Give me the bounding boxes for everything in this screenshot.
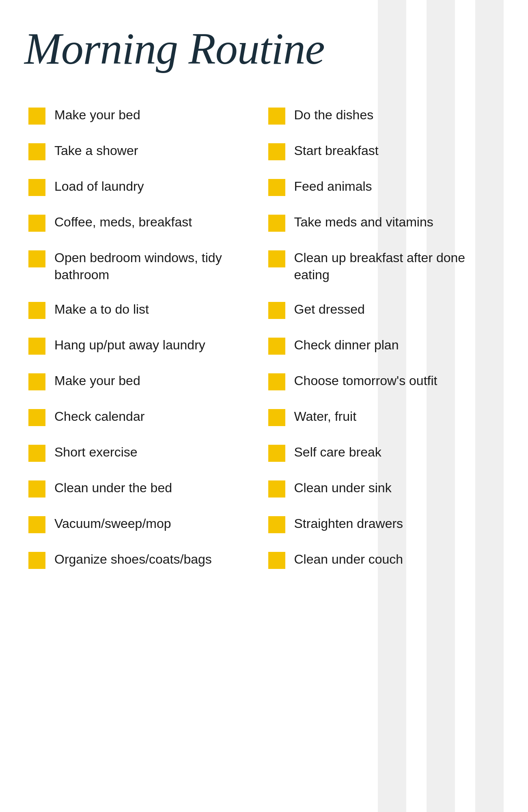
checkbox-icon[interactable] (28, 215, 45, 232)
checkbox-icon[interactable] (268, 445, 285, 462)
checkbox-icon[interactable] (28, 516, 45, 533)
checkbox-icon[interactable] (28, 373, 45, 390)
checkbox-icon[interactable] (268, 108, 285, 125)
item-label: Straighten drawers (294, 515, 403, 532)
item-label: Clean up breakfast after done eating (294, 250, 496, 283)
item-label: Self care break (294, 444, 381, 461)
left-column: Make your bed Take a shower Load of laun… (24, 98, 264, 578)
item-label: Clean under the bed (54, 480, 172, 497)
list-item[interactable]: Check dinner plan (264, 328, 504, 364)
item-label: Choose tomorrow's outfit (294, 373, 437, 390)
item-label: Make your bed (54, 107, 140, 124)
checkbox-icon[interactable] (268, 143, 285, 160)
list-item[interactable]: Do the dishes (264, 98, 504, 134)
checkbox-icon[interactable] (28, 445, 45, 462)
item-label: Clean under sink (294, 480, 392, 497)
item-label: Open bedroom windows, tidy bathroom (54, 250, 256, 283)
item-label: Feed animals (294, 178, 372, 195)
list-item[interactable]: Take a shower (24, 134, 264, 169)
checkbox-icon[interactable] (268, 480, 285, 498)
page-content: Morning Routine Make your bed Take a sho… (0, 0, 528, 602)
page-title: Morning Routine (24, 24, 504, 73)
item-label: Coffee, meds, breakfast (54, 214, 192, 231)
list-item[interactable]: Feed animals (264, 169, 504, 205)
item-label: Check calendar (54, 408, 144, 425)
checkbox-icon[interactable] (28, 480, 45, 498)
list-item[interactable]: Clean under the bed (24, 471, 264, 506)
right-column: Do the dishes Start breakfast Feed anima… (264, 98, 504, 578)
checkbox-icon[interactable] (268, 250, 285, 267)
checkbox-icon[interactable] (28, 338, 45, 355)
item-label: Clean under couch (294, 551, 403, 568)
list-item[interactable]: Organize shoes/coats/bags (24, 542, 264, 578)
list-item[interactable]: Clean under sink (264, 471, 504, 506)
list-item[interactable]: Choose tomorrow's outfit (264, 364, 504, 399)
list-item[interactable]: Hang up/put away laundry (24, 328, 264, 364)
checkbox-icon[interactable] (268, 409, 285, 426)
checklist-grid: Make your bed Take a shower Load of laun… (24, 98, 504, 578)
checkbox-icon[interactable] (28, 302, 45, 319)
item-label: Hang up/put away laundry (54, 337, 205, 354)
checkbox-icon[interactable] (28, 250, 45, 267)
list-item[interactable]: Clean up breakfast after done eating (264, 241, 504, 292)
item-label: Do the dishes (294, 107, 374, 124)
item-label: Get dressed (294, 301, 365, 318)
list-item[interactable]: Make your bed (24, 364, 264, 399)
checkbox-icon[interactable] (28, 552, 45, 569)
checkbox-icon[interactable] (28, 409, 45, 426)
list-item[interactable]: Clean under couch (264, 542, 504, 578)
item-label: Take meds and vitamins (294, 214, 433, 231)
list-item[interactable]: Vacuum/sweep/mop (24, 506, 264, 542)
checkbox-icon[interactable] (268, 338, 285, 355)
item-label: Take a shower (54, 142, 138, 159)
item-label: Water, fruit (294, 408, 357, 425)
checkbox-icon[interactable] (268, 552, 285, 569)
list-item[interactable]: Self care break (264, 435, 504, 471)
list-item[interactable]: Coffee, meds, breakfast (24, 205, 264, 241)
list-item[interactable]: Make your bed (24, 98, 264, 134)
checkbox-icon[interactable] (28, 108, 45, 125)
item-label: Load of laundry (54, 178, 144, 195)
item-label: Short exercise (54, 444, 138, 461)
list-item[interactable]: Make a to do list (24, 292, 264, 328)
checkbox-icon[interactable] (28, 179, 45, 196)
checkbox-icon[interactable] (268, 373, 285, 390)
checkbox-icon[interactable] (268, 179, 285, 196)
checkbox-icon[interactable] (268, 302, 285, 319)
list-item[interactable]: Take meds and vitamins (264, 205, 504, 241)
item-label: Vacuum/sweep/mop (54, 515, 171, 532)
list-item[interactable]: Load of laundry (24, 169, 264, 205)
item-label: Make a to do list (54, 301, 149, 318)
checkbox-icon[interactable] (268, 516, 285, 533)
item-label: Start breakfast (294, 142, 379, 159)
list-item[interactable]: Open bedroom windows, tidy bathroom (24, 241, 264, 292)
item-label: Check dinner plan (294, 337, 399, 354)
list-item[interactable]: Get dressed (264, 292, 504, 328)
list-item[interactable]: Start breakfast (264, 134, 504, 169)
checkbox-icon[interactable] (268, 215, 285, 232)
item-label: Make your bed (54, 373, 140, 390)
list-item[interactable]: Water, fruit (264, 399, 504, 435)
item-label: Organize shoes/coats/bags (54, 551, 212, 568)
list-item[interactable]: Check calendar (24, 399, 264, 435)
list-item[interactable]: Straighten drawers (264, 506, 504, 542)
list-item[interactable]: Short exercise (24, 435, 264, 471)
checkbox-icon[interactable] (28, 143, 45, 160)
